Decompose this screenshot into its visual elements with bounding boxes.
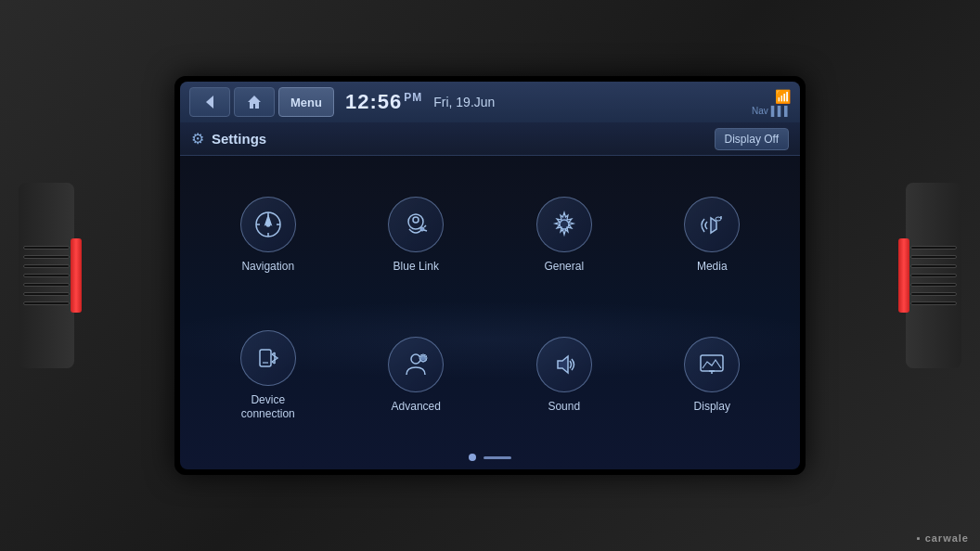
navigation-label: Navigation (241, 260, 294, 275)
general-icon-circle (536, 197, 592, 252)
svg-marker-8 (265, 216, 271, 224)
vent-slot (910, 246, 957, 250)
dot-1 (469, 454, 476, 461)
svg-rect-26 (701, 355, 723, 371)
media-item[interactable]: Media (643, 170, 782, 301)
vent-slot (910, 255, 957, 259)
bluelink-label: Blue Link (393, 260, 439, 275)
sound-icon (548, 349, 580, 380)
home-button[interactable] (234, 87, 275, 117)
vent-slot (910, 274, 957, 277)
ampm-text: PM (404, 91, 422, 104)
media-icon-circle (684, 197, 740, 252)
back-icon (201, 94, 218, 110)
bluelink-icon (400, 209, 432, 240)
device-connection-icon-circle (240, 330, 296, 386)
back-button[interactable] (189, 87, 230, 117)
icons-grid: Navigation Blue Link (180, 156, 800, 451)
sound-label: Sound (548, 400, 580, 415)
svg-marker-1 (248, 96, 261, 109)
advanced-item[interactable]: Advanced (347, 311, 486, 442)
advanced-icon (400, 349, 432, 380)
media-label: Media (697, 260, 728, 275)
home-icon (246, 94, 263, 110)
general-item[interactable]: General (495, 170, 634, 301)
vent-slot (23, 255, 70, 259)
vent-slot (910, 283, 957, 287)
svg-point-10 (413, 217, 419, 223)
display-icon (696, 349, 728, 380)
settings-bar: ⚙ Settings Display Off (180, 122, 800, 156)
vent-right (906, 183, 961, 368)
navigation-item[interactable]: Navigation (199, 170, 338, 301)
vent-slot (23, 246, 70, 250)
menu-label: Menu (290, 96, 322, 109)
svg-marker-0 (206, 96, 213, 109)
media-icon (696, 209, 728, 240)
clock-display: 12:56PM (345, 90, 422, 114)
date-text: Fri, 19.Jun (433, 95, 495, 109)
svg-line-13 (424, 230, 427, 231)
vent-left (19, 183, 74, 368)
time-text: 12:56 (345, 90, 402, 113)
navigation-icon-circle (240, 197, 296, 252)
vent-slot (23, 292, 70, 296)
car-surround: Menu 12:56PM Fri, 19.Jun 📶 Nav ▌▌▌ ⚙ (0, 0, 980, 551)
signal-bars-icon: ▌▌▌ (771, 106, 791, 116)
device-connection-icon (252, 342, 284, 374)
advanced-label: Advanced (392, 400, 441, 415)
settings-gear-icon: ⚙ (191, 130, 204, 147)
status-icons: 📶 Nav ▌▌▌ (752, 89, 791, 116)
screen: Menu 12:56PM Fri, 19.Jun 📶 Nav ▌▌▌ ⚙ (180, 82, 800, 469)
screen-bezel: Menu 12:56PM Fri, 19.Jun 📶 Nav ▌▌▌ ⚙ (174, 76, 806, 475)
sound-icon-circle (536, 337, 592, 392)
svg-point-22 (411, 354, 420, 364)
vent-slot (23, 264, 70, 268)
bluelink-item[interactable]: Blue Link (347, 170, 486, 301)
svg-point-11 (420, 227, 424, 231)
display-off-button[interactable]: Display Off (715, 128, 789, 150)
vent-slot (23, 283, 70, 287)
display-label: Display (694, 400, 730, 415)
pagination-dots (180, 451, 800, 469)
vent-slot (910, 301, 957, 305)
bluelink-icon-circle (388, 197, 444, 252)
watermark: ▪ carwale (917, 532, 969, 544)
settings-title: Settings (212, 131, 715, 147)
vent-slot (23, 301, 70, 305)
svg-point-15 (716, 217, 721, 221)
vent-slot (23, 274, 70, 277)
device-connection-label: Device connection (241, 393, 295, 422)
device-connection-item[interactable]: Device connection (199, 311, 338, 442)
sound-item[interactable]: Sound (495, 311, 634, 442)
svg-line-12 (424, 225, 426, 227)
dot-line (484, 456, 511, 459)
vent-slot (910, 264, 957, 268)
svg-rect-17 (260, 350, 271, 366)
vent-accent-left (71, 238, 82, 313)
vent-accent-right (898, 238, 909, 313)
navigation-icon (252, 209, 284, 240)
nav-icon: Nav (752, 106, 768, 116)
general-label: General (544, 260, 584, 275)
signal-area: Nav ▌▌▌ (752, 106, 791, 116)
display-icon-circle (684, 337, 740, 392)
display-item[interactable]: Display (643, 311, 782, 442)
svg-marker-25 (558, 356, 568, 373)
general-icon (548, 209, 580, 240)
menu-button[interactable]: Menu (278, 87, 334, 117)
top-bar: Menu 12:56PM Fri, 19.Jun 📶 Nav ▌▌▌ (180, 82, 800, 122)
bluetooth-icon: 📶 (775, 89, 791, 104)
advanced-icon-circle (388, 337, 444, 392)
vent-slot (910, 292, 957, 296)
